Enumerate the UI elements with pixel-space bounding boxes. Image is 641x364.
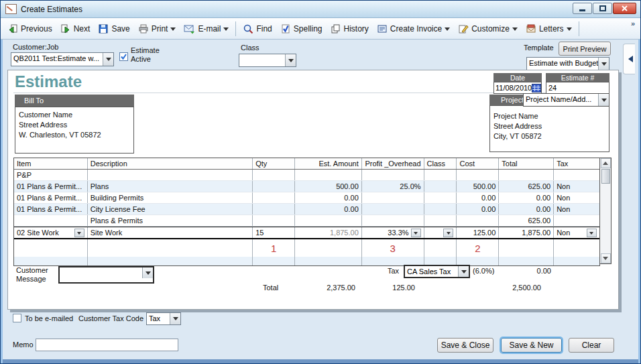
bill-to-box[interactable]: Customer Name Street Address W. Charlest… [15, 107, 134, 154]
cell-profit[interactable] [362, 204, 424, 215]
cell-item[interactable] [14, 215, 88, 226]
cell-qty[interactable] [253, 181, 295, 192]
cell-description[interactable] [88, 239, 253, 257]
minimize-button[interactable] [573, 3, 592, 14]
restore-button[interactable] [593, 3, 612, 14]
scroll-down-button[interactable] [601, 253, 611, 263]
cell-cost[interactable]: 2 [457, 239, 499, 257]
project-address-box[interactable]: Project Name Street Address City, VT 058… [489, 105, 609, 152]
cell-total[interactable]: 0.00 [499, 192, 554, 203]
cell-class[interactable] [424, 170, 457, 180]
class-cell-dropdown-arrow-icon[interactable] [443, 229, 453, 237]
cell-description[interactable]: Site Work [88, 227, 253, 238]
cell-qty[interactable] [253, 215, 295, 226]
table-row[interactable]: Plans & Permits 625.00 [14, 215, 599, 227]
cell-tax[interactable] [554, 239, 599, 257]
cell-cost[interactable]: 0.00 [457, 192, 499, 203]
table-row[interactable]: 01 Plans & Permit... City License Fee 0.… [14, 204, 599, 215]
table-row[interactable]: 01 Plans & Permit... Plans 500.00 25.0% … [14, 181, 599, 192]
history-button[interactable]: History [326, 20, 372, 37]
cell-qty[interactable] [253, 170, 295, 180]
cell-class[interactable] [424, 239, 457, 257]
to-be-emailed-checkbox[interactable] [13, 314, 21, 322]
cell-description[interactable]: Plans & Permits [88, 215, 253, 226]
cell-est-amount[interactable]: 1,875.00 [295, 227, 362, 238]
customer-job-combobox[interactable]: QB2011 Test:Estimate w... [11, 52, 114, 66]
cell-item[interactable] [14, 239, 88, 257]
clear-button[interactable]: Clear [569, 338, 614, 353]
cell-item[interactable]: 02 Site Work [14, 227, 88, 238]
save-and-close-button[interactable]: Save & Close [437, 338, 493, 353]
cell-cost[interactable] [457, 215, 499, 226]
customize-button[interactable]: Customize [454, 20, 522, 37]
cell-profit[interactable] [362, 192, 424, 203]
estimate-number-field[interactable]: 24 [546, 82, 609, 94]
cell-tax[interactable] [554, 170, 599, 180]
scroll-up-button[interactable] [601, 158, 611, 168]
cell-class[interactable] [424, 181, 457, 192]
save-button[interactable]: Save [94, 20, 133, 37]
memo-input[interactable] [36, 339, 178, 351]
cell-cost[interactable]: 125.00 [457, 227, 499, 238]
cell-tax[interactable]: Non [554, 181, 599, 192]
toolbar-overflow-chevron[interactable]: » [631, 19, 635, 27]
cell-description[interactable]: City License Fee [88, 204, 253, 215]
class-combobox[interactable] [239, 54, 296, 67]
project-name-dropdown-arrow-icon[interactable] [598, 94, 609, 106]
cell-class[interactable] [424, 215, 457, 226]
cell-description[interactable]: Plans [88, 181, 253, 192]
date-field[interactable]: 11/08/2010 [493, 82, 542, 94]
cell-est-amount[interactable] [295, 239, 362, 257]
cell-description[interactable] [88, 170, 253, 180]
email-button[interactable]: E-mail [180, 20, 233, 37]
tax-dropdown-arrow-icon[interactable] [458, 266, 469, 277]
cell-qty[interactable]: 1 [253, 239, 295, 257]
cell-tax[interactable]: Non [554, 227, 599, 238]
cell-class[interactable] [424, 204, 457, 215]
cell-total[interactable]: 625.00 [499, 181, 554, 192]
cell-cost[interactable]: 0.00 [457, 204, 499, 215]
cell-class[interactable] [424, 227, 457, 238]
template-combobox[interactable]: Estimate with Budget [526, 57, 609, 70]
customer-job-dropdown-arrow-icon[interactable] [103, 53, 113, 66]
history-panel-toggle[interactable] [623, 44, 635, 74]
tax-dropdown-arrow-icon[interactable] [587, 229, 597, 237]
cell-profit[interactable]: 3 [362, 239, 424, 257]
close-button[interactable] [613, 3, 636, 14]
customize-dropdown-arrow-icon[interactable] [512, 27, 518, 34]
table-row[interactable]: P&P [14, 170, 599, 181]
tax-combobox[interactable]: CA Sales Tax [404, 265, 470, 278]
customer-tax-code-dropdown-arrow-icon[interactable] [170, 313, 180, 324]
find-button[interactable]: Find [239, 20, 276, 37]
cell-description[interactable]: Building Permits [88, 192, 253, 203]
cell-tax[interactable]: Non [554, 204, 599, 215]
table-vertical-scrollbar[interactable] [600, 158, 611, 264]
print-dropdown-arrow-icon[interactable] [170, 27, 176, 34]
letters-dropdown-arrow-icon[interactable] [567, 27, 572, 34]
cell-class[interactable] [424, 192, 457, 203]
letters-button[interactable]: Letters [522, 20, 576, 37]
email-dropdown-arrow-icon[interactable] [223, 27, 229, 34]
cell-est-amount[interactable]: 0.00 [295, 192, 362, 203]
table-row-selected[interactable]: 02 Site Work Site Work 15 1,875.00 33.3%… [14, 227, 599, 239]
customer-message-dropdown-arrow-icon[interactable] [142, 267, 153, 278]
scrollbar-thumb[interactable] [601, 169, 610, 184]
cell-cost[interactable]: 500.00 [457, 181, 499, 192]
cell-item[interactable]: 01 Plans & Permit... [14, 181, 88, 192]
class-dropdown-arrow-icon[interactable] [285, 54, 296, 66]
cell-cost[interactable] [457, 170, 499, 180]
cell-total[interactable] [499, 239, 554, 257]
save-and-new-button[interactable]: Save & New [501, 338, 562, 353]
cell-total[interactable] [499, 170, 554, 180]
next-button[interactable]: Next [56, 20, 95, 37]
estimate-active-checkbox[interactable] [119, 52, 128, 61]
cell-profit[interactable] [362, 215, 424, 226]
cell-tax[interactable] [554, 215, 599, 226]
cell-total[interactable]: 625.00 [499, 215, 554, 226]
calendar-button[interactable] [532, 84, 541, 93]
cell-est-amount[interactable] [295, 215, 362, 226]
previous-button[interactable]: Previous [3, 20, 56, 37]
cell-profit[interactable]: 33.3% [362, 227, 424, 238]
cell-tax[interactable]: Non [554, 192, 599, 203]
customer-tax-code-combobox[interactable]: Tax [146, 312, 181, 325]
